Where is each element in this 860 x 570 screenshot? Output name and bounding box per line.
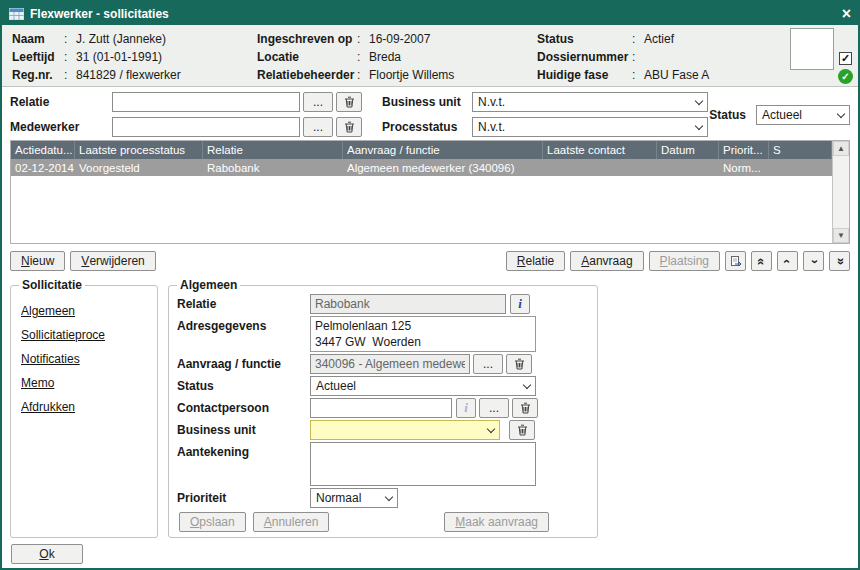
main-area: Sollicitatie Algemeen Sollicitatieproce … [2, 274, 858, 540]
scroll-up-arrow[interactable]: ▲ [833, 141, 849, 156]
column-header-actiedatum[interactable]: Actiedatu... [11, 141, 75, 159]
nav-link-algemeen[interactable]: Algemeen [21, 304, 147, 318]
prioriteit-select[interactable]: Normaal [310, 488, 398, 508]
column-header-laatste-processtatus[interactable]: Laatste processtatus [75, 141, 203, 159]
trash-icon [514, 358, 525, 370]
header-column-2: Ingeschreven op16-09-2007 LocatieBreda R… [257, 32, 537, 86]
open-record-button[interactable] [725, 251, 746, 271]
header-checkbox[interactable]: ✓ [839, 52, 852, 65]
last-record-button[interactable]: « [829, 251, 850, 271]
relatie-button[interactable]: Relatie [506, 251, 565, 271]
medewerker-filter-input[interactable] [112, 117, 300, 137]
previous-record-button[interactable]: ‹ [777, 251, 798, 271]
open-in-new-icon [730, 255, 742, 267]
algemeen-legend: Algemeen [177, 278, 240, 292]
relatie-info-button[interactable]: i [510, 294, 530, 314]
contactpersoon-clear-button[interactable] [512, 398, 538, 418]
filter-bar: Relatie ... Business unit N.v.t. Medewer… [2, 87, 858, 137]
relatie-filter-browse-button[interactable]: ... [303, 92, 333, 112]
sollicitaties-grid: Actiedatu... Laatste processtatus Relati… [10, 140, 850, 244]
status-field-select[interactable]: Actueel [310, 376, 536, 396]
footer: Ok [2, 540, 858, 568]
status-value: Actief [644, 32, 674, 47]
relatie-field-label: Relatie [177, 294, 310, 311]
leeftijd-label: Leeftijd [12, 50, 64, 65]
locatie-label: Locatie [257, 50, 357, 65]
first-record-button[interactable]: « [751, 251, 772, 271]
status-filter-select[interactable]: Actueel [756, 105, 850, 125]
dossiernummer-label: Dossiernummer [537, 50, 632, 65]
scroll-down-arrow[interactable]: ▼ [833, 228, 849, 243]
ingeschreven-value: 16-09-2007 [369, 32, 430, 47]
annuleren-button[interactable]: Annuleren [253, 512, 330, 532]
column-header-aanvraag-functie[interactable]: Aanvraag / functie [343, 141, 543, 159]
aantekening-label: Aantekening [177, 442, 310, 459]
verwijderen-button[interactable]: Verwijderen [70, 251, 155, 271]
relatie-filter-clear-button[interactable] [336, 92, 362, 112]
trash-icon [517, 424, 528, 436]
window-title: Flexwerker - sollicitaties [30, 7, 169, 21]
business-unit-clear-button[interactable] [509, 420, 535, 440]
contactpersoon-label: Contactpersoon [177, 398, 310, 415]
prioriteit-label: Prioriteit [177, 488, 310, 505]
chevron-down-icon [837, 109, 845, 117]
processtatus-filter-select[interactable]: N.v.t. [472, 117, 708, 137]
chevron-down-icon [385, 492, 393, 500]
column-header-s[interactable]: S [769, 141, 832, 159]
medewerker-filter-browse-button[interactable]: ... [303, 117, 333, 137]
status-field-label: Status [177, 376, 310, 393]
aanvraag-button[interactable]: Aanvraag [570, 251, 643, 271]
flexwerker-sollicitaties-window: Flexwerker - sollicitaties × NaamJ. Zutt… [0, 0, 860, 570]
nav-link-notificaties[interactable]: Notificaties [21, 352, 147, 366]
check-icon: ✓ [841, 52, 850, 64]
relatie-filter-input[interactable] [112, 92, 300, 112]
chevron-down-icon [695, 96, 703, 104]
next-record-button[interactable]: ‹ [803, 251, 824, 271]
column-header-datum[interactable]: Datum [657, 141, 719, 159]
ok-button[interactable]: Ok [11, 544, 83, 564]
column-header-laatste-contact[interactable]: Laatste contact [543, 141, 657, 159]
regnr-label: Reg.nr. [12, 68, 64, 83]
column-header-relatie[interactable]: Relatie [203, 141, 343, 159]
medewerker-filter-label: Medewerker [10, 120, 112, 134]
nav-link-memo[interactable]: Memo [21, 376, 147, 390]
header-column-3: StatusActief Dossiernummer Huidige faseA… [537, 32, 709, 86]
chevron-down-icon [523, 380, 531, 388]
adresgegevens-label: Adresgegevens [177, 316, 310, 333]
header-right-cluster: ✓ ✓ [790, 28, 853, 84]
aanvraag-functie-clear-button[interactable] [506, 354, 532, 374]
grid-vertical-scrollbar[interactable]: ▲ ▼ [832, 141, 849, 243]
maak-aanvraag-button[interactable]: Maak aanvraag [444, 512, 549, 532]
relatiebeheerder-label: Relatiebeheerder [257, 68, 357, 83]
opslaan-button[interactable]: Opslaan [179, 512, 246, 532]
medewerker-filter-clear-button[interactable] [336, 117, 362, 137]
huidige-fase-label: Huidige fase [537, 68, 632, 83]
close-icon[interactable]: × [842, 6, 851, 22]
column-header-prioriteit[interactable]: Priorit... [719, 141, 769, 159]
contactpersoon-field[interactable] [310, 398, 452, 418]
aantekening-field[interactable] [310, 442, 536, 486]
business-unit-filter-label: Business unit [382, 95, 472, 109]
adresgegevens-value: Pelmolenlaan 125 3447 GW Woerden [310, 316, 536, 352]
business-unit-filter-select[interactable]: N.v.t. [472, 92, 708, 112]
nieuw-button[interactable]: Nieuw [10, 251, 65, 271]
nav-link-afdrukken[interactable]: Afdrukken [21, 400, 147, 414]
locatie-value: Breda [369, 50, 401, 65]
naam-value: J. Zutt (Janneke) [76, 32, 166, 47]
double-chevron-up-icon: « [755, 257, 768, 264]
contactpersoon-browse-button[interactable]: ... [479, 398, 509, 418]
contactpersoon-info-button: i [456, 398, 476, 418]
processtatus-filter-label: Processtatus [382, 120, 472, 134]
aanvraag-functie-browse-button[interactable]: ... [473, 354, 503, 374]
nav-link-sollicitatieproces[interactable]: Sollicitatieproce [21, 328, 147, 342]
titlebar: Flexwerker - sollicitaties × [2, 2, 858, 25]
grid-row[interactable]: 02-12-2014 Voorgesteld Rabobank Algemeen… [11, 159, 832, 176]
naam-label: Naam [12, 32, 64, 47]
ingeschreven-label: Ingeschreven op [257, 32, 357, 47]
plaatsing-button[interactable]: Plaatsing [649, 251, 720, 271]
aanvraag-functie-field [310, 354, 470, 374]
grid-empty-area [11, 176, 832, 243]
business-unit-field-select[interactable] [310, 420, 500, 440]
grid-header: Actiedatu... Laatste processtatus Relati… [11, 141, 832, 159]
chevron-down-icon [487, 424, 495, 432]
